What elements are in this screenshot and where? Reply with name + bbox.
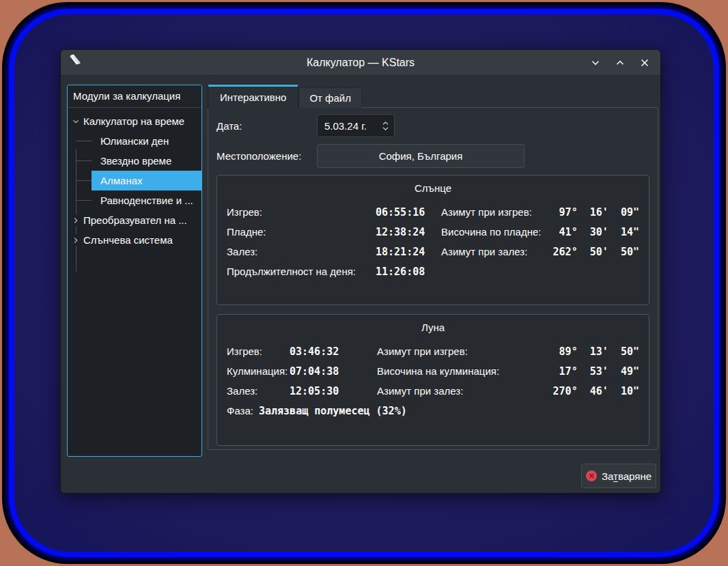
tree-item-solar-system[interactable]: Слънчева система [68,230,201,250]
tree-item-almanac[interactable]: Алманах [92,171,201,190]
moonset-label: Залез: [227,385,290,397]
culmination-value: 07:04:38 [290,365,377,378]
tabbar: Интерактивно От файл [208,85,660,108]
date-spinbox[interactable]: 5.03.24 г. [317,114,395,137]
maximize-button[interactable] [611,54,629,72]
window-controls [587,50,654,76]
modules-tree: Калкулатор на време Юлиански ден Звездно… [68,108,201,250]
date-label: Дата: [216,120,317,132]
sunrise-azimuth-value: 97° 16' 09" [532,206,639,218]
noon-label: Пладне: [227,226,376,238]
moon-phase-row: Фаза: Залязващ полумесец (32%) [227,401,639,421]
tree-item-time-calculator[interactable]: Калкулатор на време [68,111,201,131]
moon-title: Луна [227,320,639,337]
sunset-azimuth-value: 262° 50' 50" [527,246,639,258]
expand-chevron-right-icon[interactable] [70,234,81,246]
sunrise-label: Изгрев: [227,206,376,218]
noon-altitude-value: 41° 30' 14" [541,226,639,238]
moon-row-rise: Изгрев: 03:46:32 Азимут при изгрев: 89° … [227,341,639,361]
tree-item-coordinate-converter[interactable]: Преобразувател на ... [68,210,201,230]
sun-row-rise: Изгрев: 06:55:16 Азимут при изгрев: 97° … [227,202,639,222]
window-content: Модули за калкулация Калкулатор на време… [61,76,660,493]
moon-row-culmination: Кулминация: 07:04:38 Височина на кулмина… [227,361,639,381]
calculation-modules-panel: Модули за калкулация Калкулатор на време… [67,85,202,457]
tree-item-label: Равноденствие и ... [100,195,193,206]
sunrise-value: 06:55:16 [376,206,441,218]
date-row: Дата: 5.03.24 г. [216,114,649,137]
sunset-label: Залез: [227,246,376,257]
tree-item-label: Алманах [100,175,143,186]
tree-item-label: Юлиански ден [100,135,169,147]
close-window-button[interactable] [636,54,654,72]
moonrise-azimuth-label: Азимут при изгрев: [377,345,468,357]
phase-value: Залязващ полумесец (32%) [259,405,407,417]
sun-row-daylength: Продължителност на деня: 11:26:08 [227,261,639,281]
noon-altitude-label: Височина по пладне: [441,226,541,238]
interactive-tab-content: Дата: 5.03.24 г. Местоположение: София, … [208,107,658,450]
time-calculator-children: Юлиански ден Звездно време Алманах Равно… [68,131,201,210]
spin-up-icon [382,121,389,126]
chevron-down-icon [589,57,602,69]
sun-row-noon: Пладне: 12:38:24 Височина по пладне: 41°… [227,222,639,242]
almanac-main-panel: Интерактивно От файл Дата: 5.03.24 г. [208,85,660,484]
sunset-azimuth-label: Азимут при залез: [441,246,527,257]
chevron-up-icon [614,57,626,69]
location-button[interactable]: София, България [317,144,524,168]
culmination-label: Кулминация: [227,365,290,377]
expand-chevron-down-icon[interactable] [70,115,81,127]
dialog-close-icon: ✕ [586,470,597,481]
location-label: Местоположение: [216,150,317,162]
phase-label: Фаза: [227,405,253,416]
minimize-button[interactable] [587,54,604,72]
moonrise-value: 03:46:32 [290,345,377,358]
sun-title: Слънце [227,181,639,197]
tree-item-label: Калкулатор на време [83,115,184,127]
titlebar[interactable]: Калкулатор — KStars [61,50,660,76]
sunrise-azimuth-label: Азимут при изгрев: [441,206,532,218]
tree-item-label: Слънчева система [83,234,173,246]
day-length-label: Продължителност на деня: [227,266,376,277]
moonset-value: 12:05:30 [290,385,377,397]
tab-interactive[interactable]: Интерактивно [208,85,298,108]
window-title: Калкулатор — KStars [61,57,660,69]
sun-row-set: Залез: 18:21:24 Азимут при залез: 262° 5… [227,242,639,261]
date-value[interactable]: 5.03.24 г. [318,120,376,132]
moon-row-set: Залез: 12:05:30 Азимут при залез: 270° 4… [227,381,639,401]
moonrise-label: Изгрев: [227,345,290,357]
sunset-value: 18:21:24 [376,246,441,258]
kstars-calculator-window: Калкулатор — KStars Модули за калкулация [60,49,661,494]
spin-down-icon [382,126,389,131]
tree-item-label: Звездно време [100,155,171,167]
culmination-altitude-value: 17° 53' 49" [499,365,639,378]
tab-from-file[interactable]: От файл [298,87,362,108]
location-row: Местоположение: София, България [216,144,649,168]
expand-chevron-right-icon[interactable] [70,214,81,226]
tree-item-julian-day[interactable]: Юлиански ден [92,131,201,151]
moonset-azimuth-label: Азимут при залез: [377,385,463,397]
day-length-value: 11:26:08 [376,266,441,278]
tree-item-sidereal-time[interactable]: Звездно време [92,151,201,171]
close-dialog-button[interactable]: ✕ Затваряне [581,464,656,488]
culmination-altitude-label: Височина на кулминация: [377,365,499,377]
noon-value: 12:38:24 [376,226,441,238]
modules-header: Модули за калкулация [68,85,201,108]
moonrise-azimuth-value: 89° 13' 50" [468,345,639,358]
close-button-label: Затваряне [602,470,652,482]
tree-item-label: Преобразувател на ... [83,214,187,226]
moon-groupbox: Луна Изгрев: 03:46:32 Азимут при изгрев:… [216,314,649,446]
tree-item-equinox[interactable]: Равноденствие и ... [92,190,201,210]
x-icon [639,57,651,69]
spin-arrows[interactable] [376,121,394,131]
moonset-azimuth-value: 270° 46' 10" [463,385,639,397]
sun-groupbox: Слънце Изгрев: 06:55:16 Азимут при изгре… [216,175,649,305]
